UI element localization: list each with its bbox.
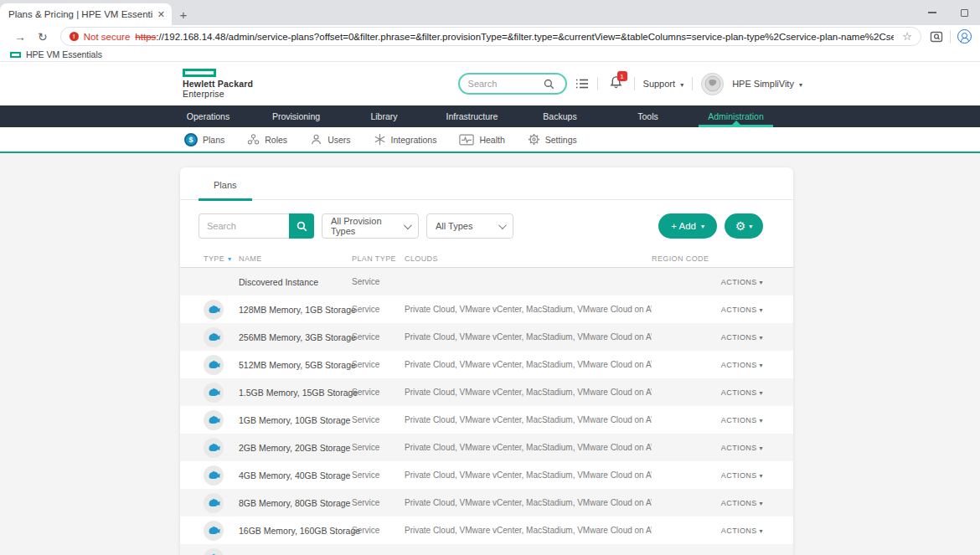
plan-name[interactable]: 1.5GB Memory, 15GB Storage xyxy=(239,388,352,398)
chevron-down-icon: ▾ xyxy=(760,389,763,397)
new-tab-button[interactable]: + xyxy=(172,3,195,25)
subnav-item-plans[interactable]: $Plans xyxy=(184,133,224,146)
column-header-name[interactable]: NAME xyxy=(239,254,352,263)
tab-close-icon[interactable]: ✕ xyxy=(157,9,165,20)
plan-name[interactable]: 2GB Memory, 20GB Storage xyxy=(239,443,352,453)
users-icon xyxy=(310,133,322,146)
actions-menu[interactable]: ACTIONS ▾ xyxy=(721,416,763,424)
minimize-icon xyxy=(928,12,936,13)
tab-plans[interactable]: Plans xyxy=(199,180,252,201)
actions-menu[interactable]: ACTIONS ▾ xyxy=(721,361,763,369)
provision-type-filter[interactable]: All Provision Types xyxy=(322,213,419,239)
nav-item-operations[interactable]: Operations xyxy=(164,105,252,127)
table-row[interactable]: 4GB Memory, 40GB StorageServicePrivate C… xyxy=(180,461,793,489)
table-row[interactable]: Discovered InstanceServiceACTIONS ▾ xyxy=(180,268,793,295)
type-filter-value: All Types xyxy=(436,221,472,231)
plan-type-cell xyxy=(204,465,239,486)
plan-name[interactable]: 1GB Memory, 10GB Storage xyxy=(239,415,352,425)
chevron-down-icon xyxy=(498,221,507,229)
settings-gear-button[interactable]: ⚙▾ xyxy=(725,213,763,239)
reload-icon[interactable]: ↻ xyxy=(38,30,48,44)
subnav-item-roles[interactable]: Roles xyxy=(247,133,287,146)
support-menu[interactable]: Support ▾ xyxy=(643,79,684,89)
minimize-button[interactable] xyxy=(916,0,948,25)
hpe-logo[interactable]: Hewlett Packard Enterprise xyxy=(183,69,253,99)
nav-item-tools[interactable]: Tools xyxy=(604,105,692,127)
plan-type-cell xyxy=(204,438,239,458)
header-divider2 xyxy=(634,77,635,90)
actions-menu[interactable]: ACTIONS ▾ xyxy=(721,388,763,397)
plan-search xyxy=(199,213,314,239)
actions-menu[interactable]: ACTIONS ▾ xyxy=(721,444,763,452)
nav-item-library[interactable]: Library xyxy=(340,105,428,127)
user-avatar[interactable] xyxy=(701,73,724,95)
notifications-button[interactable]: 1 xyxy=(610,75,622,92)
nav-item-backups[interactable]: Backups xyxy=(516,105,604,127)
hpe-logo-mark-icon xyxy=(183,69,216,77)
subnav-item-settings[interactable]: Settings xyxy=(528,133,577,146)
table-row[interactable]: 1.5GB Memory, 15GB StorageServicePrivate… xyxy=(180,378,793,406)
not-secure-label[interactable]: Not secure xyxy=(84,32,131,42)
bookmark-star-icon[interactable]: ☆ xyxy=(902,30,912,43)
subnav-item-users[interactable]: Users xyxy=(310,133,350,146)
nav-item-infrastructure[interactable]: Infrastructure xyxy=(428,105,516,127)
actions-menu[interactable]: ACTIONS ▾ xyxy=(721,333,763,342)
global-search[interactable] xyxy=(458,73,567,95)
browser-profile-icon[interactable] xyxy=(957,29,972,44)
chevron-down-icon: ▾ xyxy=(749,223,752,230)
plan-name[interactable]: Discovered Instance xyxy=(239,277,352,287)
tab-search-icon[interactable] xyxy=(930,30,943,44)
plan-type: Service xyxy=(352,388,405,397)
add-button[interactable]: + Add▾ xyxy=(658,213,717,239)
table-row[interactable]: 128MB Memory, 1GB StorageServicePrivate … xyxy=(180,295,793,323)
nav-item-provisioning[interactable]: Provisioning xyxy=(252,105,340,127)
column-header-type[interactable]: TYPE▾ xyxy=(204,254,239,263)
column-header-plan-type[interactable]: PLAN TYPE xyxy=(352,254,405,263)
table-row[interactable]: 16GB Memory, 160GB StorageServicePrivate… xyxy=(180,516,793,544)
table-row[interactable] xyxy=(180,544,793,555)
notification-badge: 1 xyxy=(617,71,627,81)
url-text[interactable]: https://192.168.14.48/admin/service-plan… xyxy=(135,32,894,42)
subnav-item-health[interactable]: Health xyxy=(459,134,504,146)
table-body: Discovered InstanceServiceACTIONS ▾128MB… xyxy=(180,268,793,555)
not-secure-icon: ! xyxy=(70,32,79,41)
actions-menu[interactable]: ACTIONS ▾ xyxy=(721,499,763,507)
user-menu[interactable]: HPE SimpliVity ▾ xyxy=(732,79,802,89)
forward-icon[interactable]: → xyxy=(14,30,26,44)
plan-name[interactable]: 4GB Memory, 40GB Storage xyxy=(239,470,352,480)
column-header-clouds[interactable]: CLOUDS xyxy=(405,254,652,263)
table-row[interactable]: 256MB Memory, 3GB StorageServicePrivate … xyxy=(180,323,793,351)
plan-search-input[interactable] xyxy=(199,213,289,239)
actions-menu[interactable]: ACTIONS ▾ xyxy=(721,278,763,286)
table-row[interactable]: 1GB Memory, 10GB StorageServicePrivate C… xyxy=(180,406,793,434)
browser-tab[interactable]: Plans & Pricing | HPE VM Essentials ✕ xyxy=(0,3,172,25)
plan-type-icon xyxy=(204,327,224,347)
restore-button[interactable] xyxy=(948,0,980,25)
plan-name[interactable]: 16GB Memory, 160GB Storage xyxy=(239,526,352,536)
table-row[interactable]: 2GB Memory, 20GB StorageServicePrivate C… xyxy=(180,434,793,461)
type-filter[interactable]: All Types xyxy=(426,213,513,239)
url-rest: ://192.168.14.48/admin/service-plans?off… xyxy=(156,32,894,42)
bookmark-item[interactable]: HPE VM Essentials xyxy=(26,49,102,59)
nav-item-administration[interactable]: Administration xyxy=(692,105,780,127)
plan-name[interactable]: 8GB Memory, 80GB Storage xyxy=(239,498,352,508)
plan-search-button[interactable] xyxy=(289,213,314,239)
table-row[interactable]: 512MB Memory, 5GB StorageServicePrivate … xyxy=(180,351,793,378)
plan-type-cell xyxy=(204,548,239,555)
actions-menu[interactable]: ACTIONS ▾ xyxy=(721,471,763,480)
plan-type-icon xyxy=(204,521,224,541)
plan-type: Service xyxy=(352,332,405,342)
table-row[interactable]: 8GB Memory, 80GB StorageServicePrivate C… xyxy=(180,489,793,516)
plan-type: Service xyxy=(352,443,405,452)
actions-menu[interactable]: ACTIONS ▾ xyxy=(721,306,763,314)
column-header-region-code[interactable]: REGION CODE xyxy=(652,254,713,263)
plan-type: Service xyxy=(352,498,405,507)
plan-name[interactable]: 256MB Memory, 3GB Storage xyxy=(239,332,352,342)
subnav-item-integrations[interactable]: Integrations xyxy=(374,133,437,146)
plan-name[interactable]: 128MB Memory, 1GB Storage xyxy=(239,305,352,315)
address-bar[interactable]: ! Not secure https://192.168.14.48/admin… xyxy=(60,27,921,46)
global-search-input[interactable] xyxy=(468,79,539,89)
actions-menu[interactable]: ACTIONS ▾ xyxy=(721,527,763,535)
plan-name[interactable]: 512MB Memory, 5GB Storage xyxy=(239,360,352,370)
activity-list-icon[interactable] xyxy=(575,78,589,90)
